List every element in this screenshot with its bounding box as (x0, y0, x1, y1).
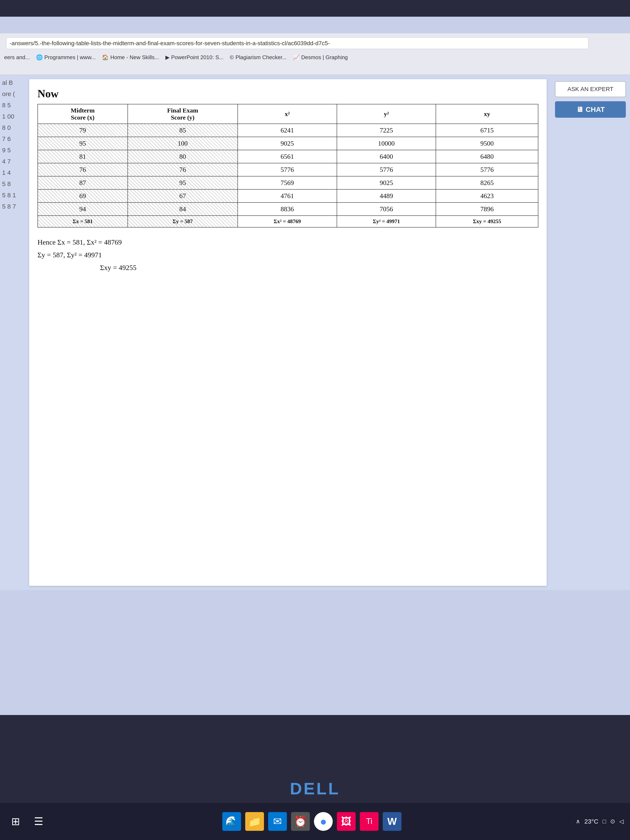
below-line1: Hence Σx = 581, Σx² = 48769 (38, 236, 538, 248)
table-cell-3-3: 5776 (337, 163, 436, 176)
table-cell-4-3: 9025 (337, 176, 436, 189)
table-cell-1-2: 9025 (238, 137, 337, 150)
document-area: Now MidtermScore (x) Final ExamScore (y)… (29, 79, 547, 586)
below-table: Hence Σx = 581, Σx² = 48769 Σy = 587, Σy… (38, 236, 538, 274)
taskbar-taskbar-icon[interactable]: Ti (360, 812, 379, 831)
table-summary-row: Σx = 581Σy = 587Σx² = 48769Σy² = 49971Σx… (38, 216, 538, 227)
bookmarks-bar: eers and... 🌐 Programmes | www... 🏠 Home… (4, 52, 626, 63)
taskbar-widgets-button[interactable]: ☰ (29, 812, 48, 831)
sidebar-val-9: 5 8 (2, 180, 23, 188)
battery-icon: □ (603, 818, 606, 825)
table-row: 9484883670567896 (38, 202, 538, 216)
bookmark-powerpoint-label: PowerPoint 2010: S... (171, 54, 224, 61)
sound-icon: ◁ (619, 818, 624, 825)
table-cell-2-2: 6561 (238, 150, 337, 163)
left-sidebar: al B ore ( 8 5 1 00 8 0 7 6 9 5 4 7 1 4 … (0, 75, 25, 590)
bookmark-home[interactable]: 🏠 Home - New Skills... (102, 54, 159, 61)
table-cell-6-4: 7896 (436, 202, 538, 216)
table-row: 7985624172256715 (38, 124, 538, 137)
sidebar-val-1: ore ( (2, 90, 23, 98)
table-cell-3-0: 76 (38, 163, 128, 176)
bookmark-eers[interactable]: eers and... (4, 54, 30, 61)
sidebar-val-5: 7 6 (2, 136, 23, 142)
sidebar-val-8: 1 4 (2, 169, 23, 176)
table-cell-0-4: 6715 (436, 124, 538, 137)
table-cell-5-3: 4489 (337, 189, 436, 202)
chat-label: CHAT (586, 106, 605, 114)
table-cell-5-0: 69 (38, 189, 128, 202)
bookmark-plagiarism-label: Plagiarism Checker... (235, 54, 287, 61)
bookmark-plagiarism[interactable]: © Plagiarism Checker... (230, 54, 287, 61)
table-cell-2-1: 80 (128, 150, 238, 163)
table-cell-1-4: 9500 (436, 137, 538, 150)
weather-display: 23°C (584, 818, 598, 825)
taskbar-edge-icon[interactable]: 🌊 (222, 812, 241, 831)
bookmark-powerpoint[interactable]: ▶ PowerPoint 2010: S... (166, 54, 224, 61)
taskbar-clock-icon[interactable]: ⏰ (291, 812, 310, 831)
table-row: 951009025100009500 (38, 137, 538, 150)
sidebar-val-2: 8 5 (2, 102, 23, 109)
table-cell-4-2: 7569 (238, 176, 337, 189)
table-row: 6967476144894623 (38, 189, 538, 202)
col-header-x2: x² (238, 104, 337, 124)
taskbar-folder-icon[interactable]: 📁 (245, 812, 264, 831)
expand-icon[interactable]: ∧ (576, 818, 580, 825)
below-line2: Σy = 587, Σy² = 49971 (38, 248, 538, 261)
table-cell-0-2: 6241 (238, 124, 337, 137)
taskbar: ⊞ ☰ 🌊 📁 ✉ ⏰ ● 🖼 Ti W ∧ 23°C □ ⊙ ◁ (0, 802, 630, 840)
ask-expert-label: ASK AN EXPERT (567, 86, 613, 92)
taskbar-mail-icon[interactable]: ✉ (268, 812, 287, 831)
table-cell-2-4: 6480 (436, 150, 538, 163)
table-row: 8795756990258265 (38, 176, 538, 189)
table-cell-6-1: 84 (128, 202, 238, 216)
taskbar-word-icon[interactable]: W (383, 812, 401, 831)
table-cell-6-2: 8836 (238, 202, 337, 216)
bookmark-desmos-icon: 📈 (293, 54, 300, 61)
below-line3: Σxy = 49255 (100, 261, 538, 274)
bookmark-home-label: Home - New Skills... (110, 54, 159, 61)
table-row: 8180656164006480 (38, 150, 538, 163)
sidebar-val-3: 1 00 (2, 113, 23, 120)
bookmark-desmos-label: Desmos | Graphing (301, 54, 348, 61)
table-summary-cell-0: Σx = 581 (38, 216, 128, 227)
sidebar-val-11: 5 8 7 (2, 203, 23, 210)
chat-button[interactable]: 🖥 CHAT (555, 101, 626, 118)
chat-icon: 🖥 (576, 106, 583, 114)
col-header-y2: y² (337, 104, 436, 124)
sidebar-val-7: 4 7 (2, 158, 23, 165)
table-cell-2-0: 81 (38, 150, 128, 163)
main-content: al B ore ( 8 5 1 00 8 0 7 6 9 5 4 7 1 4 … (0, 75, 630, 590)
table-cell-1-1: 100 (128, 137, 238, 150)
table-cell-0-1: 85 (128, 124, 238, 137)
wifi-icon: ⊙ (610, 818, 615, 825)
table-cell-5-4: 4623 (436, 189, 538, 202)
table-cell-4-4: 8265 (436, 176, 538, 189)
taskbar-chrome-icon[interactable]: ● (314, 812, 333, 831)
bookmark-plagiarism-icon: © (230, 54, 234, 61)
bookmark-eers-label: eers and... (4, 54, 30, 61)
right-panel: ASK AN EXPERT 🖥 CHAT (551, 75, 630, 590)
screen: -answers/5.-the-following-table-lists-th… (0, 17, 630, 715)
table-cell-4-1: 95 (128, 176, 238, 189)
bookmark-home-icon: 🏠 (102, 54, 109, 61)
sidebar-val-0: al B (2, 79, 23, 86)
table-cell-1-0: 95 (38, 137, 128, 150)
table-cell-0-3: 7225 (337, 124, 436, 137)
sidebar-val-4: 8 0 (2, 124, 23, 131)
taskbar-paint-icon[interactable]: 🖼 (337, 812, 355, 831)
taskbar-start-button[interactable]: ⊞ (6, 812, 25, 831)
table-cell-5-1: 67 (128, 189, 238, 202)
laptop-outer: -answers/5.-the-following-table-lists-th… (0, 0, 630, 840)
table-summary-cell-1: Σy = 587 (128, 216, 238, 227)
table-cell-3-1: 76 (128, 163, 238, 176)
now-label: Now (38, 87, 538, 100)
ask-expert-button[interactable]: ASK AN EXPERT (555, 81, 626, 97)
taskbar-center: 🌊 📁 ✉ ⏰ ● 🖼 Ti W (52, 812, 572, 831)
address-bar[interactable]: -answers/5.-the-following-table-lists-th… (6, 38, 588, 49)
bookmark-programmes[interactable]: 🌐 Programmes | www... (36, 54, 96, 61)
bookmark-desmos[interactable]: 📈 Desmos | Graphing (293, 54, 348, 61)
taskbar-right: ∧ 23°C □ ⊙ ◁ (576, 818, 624, 825)
bookmark-powerpoint-icon: ▶ (166, 54, 170, 61)
table-cell-6-0: 94 (38, 202, 128, 216)
table-cell-4-0: 87 (38, 176, 128, 189)
